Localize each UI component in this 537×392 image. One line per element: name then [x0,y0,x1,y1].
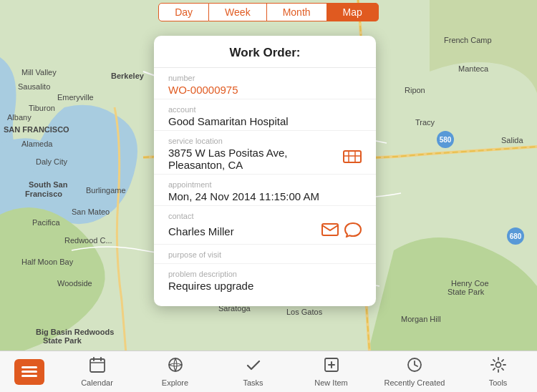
svg-text:Henry Coe: Henry Coe [451,279,489,288]
clock-icon [406,356,423,376]
svg-text:Albany: Albany [7,113,32,122]
service-location-value: 3875 W Las Positas Ave, Pleasanton, CA [168,147,343,171]
svg-text:Ripon: Ripon [405,86,425,94]
globe-icon [167,356,184,376]
field-account: account Good Samaritan Hospital [154,99,376,131]
account-value: Good Samaritan Hospital [168,115,362,127]
field-appointment: appointment Mon, 24 Nov 2014 11:15:00 AM [154,175,376,206]
svg-text:Manteca: Manteca [458,64,489,73]
svg-text:Francisco: Francisco [25,190,62,198]
svg-point-50 [169,358,182,371]
bottom-nav-bar: Calendar Explore Tasks [0,351,537,392]
menu-button[interactable] [14,359,44,385]
nav-label-calendar: Calendar [81,378,113,387]
svg-text:Tracy: Tracy [415,118,435,127]
problem-value: Requires upgrade [168,280,362,292]
svg-text:Alameda: Alameda [21,139,53,148]
svg-text:580: 580 [440,136,452,144]
svg-text:Redwood C...: Redwood C... [64,236,112,245]
nav-label-tasks: Tasks [243,378,263,387]
nav-item-tools[interactable]: Tools [473,356,523,387]
nav-item-explore[interactable]: Explore [150,356,200,387]
svg-text:680: 680 [510,232,522,240]
svg-text:State Park: State Park [43,336,82,345]
nav-label-recently-created: Recently Created [384,378,445,387]
nav-item-recently-created[interactable]: Recently Created [384,356,445,387]
gear-icon [490,356,507,376]
menu-icon [21,366,37,378]
svg-text:Woodside: Woodside [57,279,92,288]
svg-text:South San: South San [29,180,68,189]
nav-item-new-item[interactable]: New Item [306,356,357,387]
nav-label-new-item: New Item [314,378,347,387]
field-number: number WO-00000975 [154,68,376,99]
contact-value: Charles Miller [168,225,234,237]
new-item-icon [323,356,340,376]
svg-point-53 [495,363,500,368]
number-value: WO-00000975 [168,84,362,96]
svg-text:Los Gatos: Los Gatos [286,308,323,316]
calendar-icon [89,356,106,376]
svg-text:French Camp: French Camp [444,36,492,44]
nav-item-tasks[interactable]: Tasks [228,356,279,387]
tab-map[interactable]: Map [327,3,379,21]
work-order-card: Work Order: number WO-00000975 account G… [154,36,376,306]
svg-text:State Park: State Park [448,288,485,296]
field-contact: contact Charles Miller [154,206,376,245]
map-pin-icon[interactable] [343,149,362,169]
svg-rect-44 [344,151,361,162]
svg-text:Morgan Hill: Morgan Hill [401,315,441,323]
svg-rect-46 [21,366,37,368]
svg-text:SAN FRANCISCO: SAN FRANCISCO [4,125,69,134]
svg-text:Sausalito: Sausalito [18,82,50,91]
svg-text:Burlingame: Burlingame [86,186,126,195]
top-nav-bar: Day Week Month Map [0,0,537,24]
svg-text:Salida: Salida [501,136,523,144]
appointment-label: appointment [168,180,362,189]
svg-text:Mill Valley: Mill Valley [21,68,57,77]
svg-text:San Mateo: San Mateo [72,207,110,216]
number-label: number [168,74,362,82]
svg-rect-49 [90,359,105,372]
nav-item-calendar[interactable]: Calendar [72,356,122,387]
tab-week[interactable]: Week [209,3,267,21]
field-purpose: purpose of visit [154,245,376,264]
card-title: Work Order: [154,36,376,68]
problem-label: problem description [168,270,362,278]
tab-month[interactable]: Month [267,3,327,21]
tab-day[interactable]: Day [158,3,209,21]
svg-rect-47 [21,371,37,373]
svg-text:Berkeley: Berkeley [111,72,145,80]
purpose-label: purpose of visit [168,250,362,259]
field-problem: problem description Requires upgrade [154,264,376,295]
nav-label-tools: Tools [489,378,508,387]
svg-text:Tiburon: Tiburon [29,104,55,112]
svg-text:Half Moon Bay: Half Moon Bay [21,258,74,266]
svg-rect-48 [21,375,37,377]
appointment-value: Mon, 24 Nov 2014 11:15:00 AM [168,190,362,202]
svg-text:Emeryville: Emeryville [57,93,94,102]
email-icon[interactable] [321,223,339,240]
svg-text:Big Basin Redwoods: Big Basin Redwoods [36,328,114,336]
service-location-label: service location [168,137,362,145]
svg-text:Pacifica: Pacifica [32,218,60,227]
svg-text:Daly City: Daly City [36,157,68,166]
account-label: account [168,105,362,114]
field-service-location: service location 3875 W Las Positas Ave,… [154,131,376,175]
check-icon [245,356,262,376]
contact-label: contact [168,212,362,220]
nav-label-explore: Explore [162,378,188,387]
chat-icon[interactable] [344,222,362,241]
